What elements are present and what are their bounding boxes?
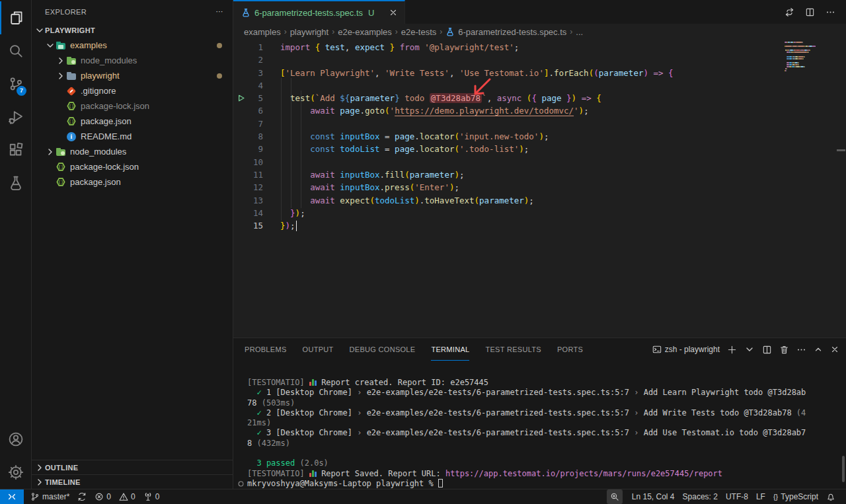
ellipsis-icon[interactable]	[796, 345, 806, 355]
editor-gutter: 14	[233, 207, 280, 219]
status-indentation[interactable]: Spaces: 2	[679, 489, 722, 504]
chevron-right-icon	[34, 477, 45, 487]
zoom-icon	[610, 492, 619, 501]
panel-tab-ports[interactable]: PORTS	[557, 338, 583, 361]
code-text: test(`Add ${parameter} todo @T3d28ab78`,…	[280, 92, 601, 104]
tree-item-package-lock-json[interactable]: {}package-lock.json	[32, 98, 233, 114]
status-cursor-position[interactable]: Ln 15, Col 4	[628, 489, 679, 504]
minimap[interactable]	[785, 42, 829, 72]
activity-item-accounts[interactable]	[0, 423, 31, 456]
status-git-branch[interactable]: master*	[26, 489, 73, 504]
activity-bar: 7	[0, 0, 32, 489]
activity-item-manage[interactable]	[0, 456, 31, 489]
status-notifications[interactable]	[822, 489, 839, 504]
status-eol[interactable]: LF	[752, 489, 769, 504]
activity-item-run-and-debug[interactable]	[0, 100, 31, 133]
explorer-header: EXPLORER ⋯	[32, 0, 233, 23]
tree-item-examples[interactable]: examples	[32, 38, 233, 53]
terminal-profile-label[interactable]: zsh - playwright	[652, 345, 720, 354]
timeline-section[interactable]: TIMELINE	[32, 474, 233, 489]
explorer-title: EXPLORER	[45, 8, 87, 16]
activity-item-explorer[interactable]	[0, 1, 31, 34]
terminal-line: [TESTOMATIO] Report Saved. Report URL: h…	[247, 469, 846, 479]
status-problems-warnings[interactable]: 0	[115, 489, 139, 504]
code-text: import { test, expect } from '@playwrigh…	[280, 41, 519, 54]
tree-item-label: README.md	[81, 131, 132, 141]
chevron-down-icon[interactable]	[744, 344, 755, 355]
close-tab-icon[interactable]	[389, 8, 398, 17]
status-zoom-indicator[interactable]	[607, 489, 623, 504]
tree-item-label: package.json	[81, 116, 132, 126]
code-line: 6 await page.goto('https://demo.playwrig…	[233, 104, 846, 117]
status-language-mode[interactable]: {}TypeScript	[769, 489, 822, 504]
tree-item-package-lock-json[interactable]: {}package-lock.json	[32, 159, 233, 174]
chevron-right-icon[interactable]	[56, 71, 66, 81]
tree-item-label: package-lock.json	[70, 162, 139, 172]
chevron-right-icon[interactable]	[45, 147, 56, 157]
explorer-more-icon[interactable]: ⋯	[216, 7, 223, 16]
panel-tab-test-results[interactable]: TEST RESULTS	[485, 338, 541, 361]
twisty-spacer	[45, 177, 56, 188]
code-line: 4	[233, 79, 846, 92]
line-number: 10	[233, 156, 263, 168]
twisty-spacer	[56, 101, 66, 112]
tree-item-package-json[interactable]: {}package.json	[32, 114, 233, 129]
plus-icon[interactable]	[727, 345, 737, 355]
status-problems-errors[interactable]: 0	[91, 489, 115, 504]
breadcrumb-item[interactable]: 6-parametrized-tests.spec.ts	[445, 27, 566, 37]
tree-item-readme-md[interactable]: iREADME.md	[32, 129, 233, 144]
breadcrumb-label: ...	[576, 27, 583, 37]
workspace-section-header[interactable]: PLAYWRIGHT	[32, 23, 233, 38]
line-number: 7	[233, 118, 263, 130]
tree-item-node-modules[interactable]: node_modules	[32, 144, 233, 159]
panel-tab-problems[interactable]: PROBLEMS	[245, 338, 287, 361]
terminal-output[interactable]: [TESTOMATIO] Report created. Report ID: …	[233, 361, 846, 489]
tree-item--gitignore[interactable]: .gitignore	[32, 83, 233, 98]
open-changes-icon[interactable]	[785, 7, 794, 17]
tree-item-playwright[interactable]: playwright	[32, 68, 233, 83]
gear-icon	[8, 464, 24, 480]
editor-gutter: 15	[233, 219, 280, 232]
activity-item-extensions[interactable]	[0, 133, 31, 166]
tree-item-node-modules[interactable]: node_modules	[32, 53, 233, 68]
editor-gutter: 10	[233, 156, 280, 168]
chevron-right-icon[interactable]	[56, 55, 66, 66]
tab-strip: 6-parametrized-tests.spec.ts U	[233, 0, 846, 24]
code-editor[interactable]: 1import { test, expect } from '@playwrig…	[233, 40, 846, 338]
chevron-down-icon[interactable]	[45, 40, 56, 51]
status-forwarded-ports[interactable]: 0	[139, 489, 164, 504]
panel-tab-output[interactable]: OUTPUT	[303, 338, 334, 361]
panel-tab-debug-console[interactable]: DEBUG CONSOLE	[350, 338, 416, 361]
panel-header: PROBLEMSOUTPUTDEBUG CONSOLETERMINALTEST …	[233, 338, 846, 361]
activity-item-search[interactable]	[0, 34, 31, 67]
code-line: 3['Learn Playwright', 'Write Tests', 'Us…	[233, 67, 846, 79]
breadcrumb-item[interactable]: e2e-tests	[401, 27, 436, 37]
trash-icon[interactable]	[779, 345, 789, 355]
close-icon[interactable]	[830, 345, 839, 354]
sidebar-explorer: EXPLORER ⋯ PLAYWRIGHT examplesnode_modul…	[32, 0, 233, 489]
twisty-spacer	[56, 86, 66, 96]
breadcrumb-item[interactable]: ...	[576, 27, 583, 37]
chevron-up-icon[interactable]	[814, 345, 823, 354]
extensions-icon	[8, 142, 24, 158]
tab-active-file[interactable]: 6-parametrized-tests.spec.ts U	[233, 0, 405, 24]
split-editor-icon[interactable]	[762, 345, 772, 355]
status-sync-changes[interactable]	[73, 489, 91, 504]
scrollbar-mark[interactable]	[837, 149, 845, 151]
split-editor-icon[interactable]	[805, 7, 815, 17]
panel-tab-terminal[interactable]: TERMINAL	[431, 338, 469, 361]
breadcrumb-item[interactable]: playwright	[290, 27, 329, 37]
terminal-scrollbar[interactable]	[842, 456, 845, 482]
tab-label: 6-parametrized-tests.spec.ts	[254, 8, 363, 18]
breadcrumb-item[interactable]: examples	[244, 27, 281, 37]
outline-section[interactable]: OUTLINE	[32, 460, 233, 474]
ellipsis-icon[interactable]	[826, 7, 835, 17]
status-remote-indicator[interactable]	[0, 489, 24, 504]
activity-item-testing[interactable]	[0, 166, 31, 199]
terminal-line: [TESTOMATIO] Report created. Report ID: …	[247, 378, 846, 388]
activity-item-source-control[interactable]: 7	[0, 67, 31, 100]
tree-item-package-json[interactable]: {}package.json	[32, 174, 233, 190]
breadcrumb-item[interactable]: e2e-examples	[338, 27, 392, 37]
code-text: await page.goto('https://demo.playwright…	[280, 104, 589, 117]
status-encoding[interactable]: UTF-8	[722, 489, 752, 504]
